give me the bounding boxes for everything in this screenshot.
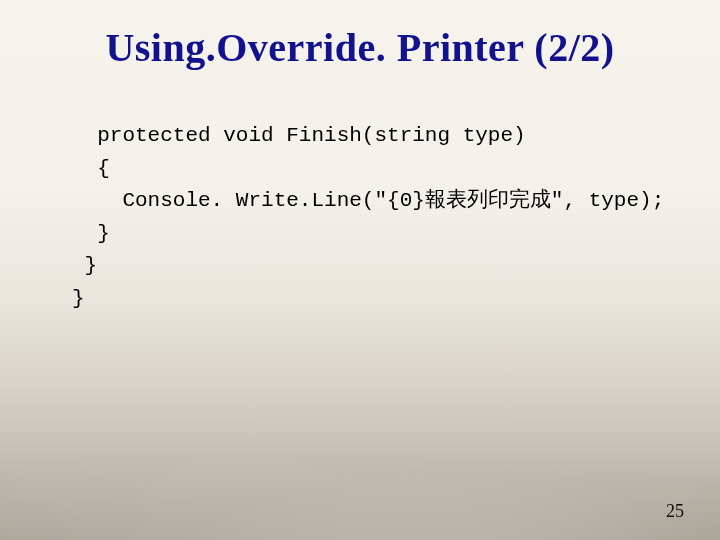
slide: Using.Override. Printer (2/2) protected …	[0, 0, 720, 540]
code-line: }	[72, 222, 110, 245]
code-line: Console. Write.Line("{0}報表列印完成", type);	[72, 189, 664, 212]
code-line: protected void Finish(string type)	[72, 124, 526, 147]
code-line: }	[72, 254, 97, 277]
slide-title: Using.Override. Printer (2/2)	[0, 24, 720, 71]
code-line: }	[72, 287, 85, 310]
code-line: {	[72, 157, 110, 180]
page-number: 25	[666, 501, 684, 522]
code-block: protected void Finish(string type) { Con…	[72, 120, 680, 315]
